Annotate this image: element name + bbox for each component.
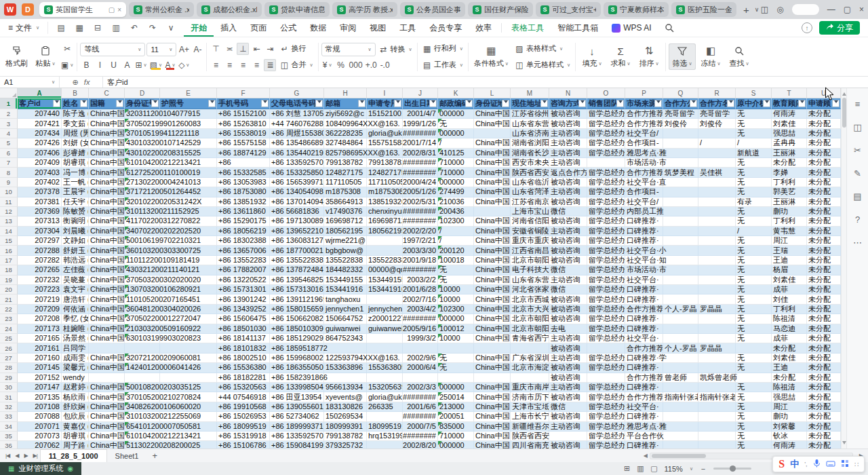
cell-N35[interactable] [549, 432, 587, 441]
file-tab[interactable]: S公务员国企事业单位 [400, 2, 465, 17]
menu-tab-会员专享[interactable]: 会员专享 [422, 19, 469, 37]
cell-J24[interactable]: 2005/9/16 [403, 324, 438, 334]
cell-I30[interactable]: 153205639 [367, 383, 403, 392]
cell-G34[interactable]: +86 1899993716 [270, 422, 324, 432]
filter-dropdown-button[interactable] [727, 100, 734, 107]
cell-B16[interactable]: 舒妍玉 (女 [62, 246, 89, 255]
cell-F8[interactable]: +86 15332585 [217, 168, 270, 177]
cell-F11[interactable]: +86 13851932 [217, 197, 270, 207]
cell-R16[interactable] [698, 246, 736, 255]
cell-D11[interactable]: 32010220020531242X [125, 197, 160, 207]
ime-expand-icon[interactable]: ∷ [854, 461, 859, 468]
cell-T14[interactable]: 黄韦慧 [772, 227, 807, 236]
cell-M28[interactable]: 北京市海淀 [511, 363, 549, 373]
header-cell-Q[interactable]: 合作方公 [663, 98, 698, 109]
cell-G28[interactable]: +86 1863550500 [270, 363, 324, 373]
cell-C13[interactable]: China中国 [89, 216, 125, 226]
search-icon[interactable] [658, 19, 681, 37]
cell-O6[interactable]: 留学总经办 [587, 149, 625, 158]
cell-O32[interactable]: 留学总经办 [587, 402, 625, 412]
row-number[interactable]: 30 [0, 383, 18, 392]
cell-B21[interactable]: 唐浩轩 (男 [62, 294, 89, 304]
cell-D7[interactable]: 610104200212213421 [125, 158, 160, 168]
cell-J9[interactable]: 2000/4/24 [403, 178, 438, 187]
cell-G14[interactable]: +86 13965221001 [270, 227, 324, 236]
globe-icon[interactable]: ◎ [776, 5, 783, 14]
column-letter-I[interactable]: I [367, 88, 403, 98]
cell-K8[interactable]: 710000 [438, 168, 474, 177]
cell-A21[interactable]: 207219 [18, 294, 62, 304]
cell-S16[interactable]: 无 [736, 246, 772, 255]
cell-I29[interactable] [367, 373, 403, 383]
cell-U15[interactable]: 未分配 [807, 236, 841, 246]
column-letter-H[interactable]: H [324, 88, 367, 98]
column-letter-G[interactable]: G [270, 88, 324, 98]
cell-U23[interactable]: 未分配 [807, 314, 841, 324]
cell-A36[interactable]: 207062 [18, 441, 62, 449]
cell-A28[interactable]: 207145 [18, 363, 62, 373]
cell-J34[interactable]: 2000/7/5 [403, 422, 438, 432]
cell-F4[interactable]: +86 15538019 [217, 129, 270, 138]
table-style-button[interactable]: ▨ 表格样式∨ [513, 42, 572, 56]
cell-U4[interactable]: 未分配 [807, 129, 841, 138]
filter-dropdown-button[interactable] [116, 100, 123, 107]
cell-N3[interactable]: 被动咨询 [549, 119, 587, 128]
cell-T31[interactable]: 强思喆 [772, 392, 807, 402]
cell-G12[interactable]: +86 56681836 [270, 207, 324, 216]
cell-E26[interactable] [160, 343, 217, 353]
cell-U28[interactable]: 未分配 [807, 363, 841, 373]
cell-U12[interactable]: 未分配 [807, 207, 841, 216]
header-cell-K[interactable]: 邮政编码 [438, 98, 474, 109]
sogou-logo[interactable]: S [778, 458, 785, 470]
align-right-icon[interactable]: ≡ [237, 59, 249, 71]
cell-B30[interactable]: 赵君婷 (女 [62, 383, 89, 392]
column-letter-L[interactable]: L [474, 88, 511, 98]
percent-icon[interactable]: % [335, 59, 347, 71]
cell-K15[interactable]: / [438, 236, 474, 246]
cell-H26[interactable] [324, 343, 367, 353]
cell-L22[interactable]: China中国 [474, 305, 511, 314]
cell-D5[interactable]: 430103200107142529 [125, 138, 160, 148]
last-sheet-icon[interactable]: ▶| [31, 453, 40, 459]
cell-H5[interactable]: 327484864 [324, 138, 367, 148]
cell-O4[interactable]: 留学总经办 [587, 129, 625, 138]
file-tab[interactable]: S国任财产保险样本.x [468, 2, 533, 17]
cell-D19[interactable]: 370503200302020020 [125, 276, 160, 285]
cell-style-button[interactable]: ◫ 单元格样式∨ [513, 58, 572, 72]
header-cell-F[interactable]: 手机号码 [217, 98, 270, 109]
cell-B27[interactable]: 成雨雯 (女 [62, 354, 89, 363]
cell-S14[interactable]: / [736, 227, 772, 236]
file-tab[interactable]: S高学历 教授.xlsx [332, 2, 397, 17]
cell-N21[interactable]: 被动咨询 [549, 294, 587, 304]
menu-tab-公式[interactable]: 公式 [273, 19, 303, 37]
cell-O20[interactable]: 留学总经办 [587, 285, 625, 294]
cell-J35[interactable]: ######## [403, 432, 438, 441]
cell-I36[interactable] [367, 441, 403, 449]
cell-F24[interactable]: +86 18501030 [217, 324, 270, 334]
cell-I16[interactable] [367, 246, 403, 255]
cell-D12[interactable]: 310113200211152925 [125, 207, 160, 216]
filter-dropdown-button[interactable] [151, 100, 159, 107]
cell-U36[interactable]: 未分配 [807, 441, 841, 449]
row-number[interactable]: 25 [0, 334, 18, 343]
filter-button[interactable]: 筛选∨ [669, 43, 696, 70]
cell-C20[interactable]: China中国 [89, 285, 125, 294]
cell-M9[interactable]: 山东省临沂 [511, 178, 549, 187]
cell-B3[interactable]: 季文茹 (女 [62, 119, 89, 128]
cell-I35[interactable]: hrq153199 [367, 432, 403, 441]
filter-dropdown-button[interactable] [832, 100, 840, 107]
microphone-icon[interactable] [813, 458, 821, 470]
cell-J18[interactable]: ######## [403, 265, 438, 275]
cell-O7[interactable] [587, 158, 625, 168]
cell-N7[interactable]: 主动咨询 [549, 158, 587, 168]
cell-F18[interactable]: +86 17882007 [217, 265, 270, 275]
cell-C21[interactable]: China中国 [89, 294, 125, 304]
filter-dropdown-button[interactable] [261, 100, 269, 107]
cell-K7[interactable]: 710000 [438, 158, 474, 168]
cell-S8[interactable]: 无 [736, 168, 772, 177]
cell-C25[interactable]: China中国 [89, 334, 125, 343]
cell-H14[interactable]: 180562195 [324, 227, 367, 236]
cell-S31[interactable]: 无 [736, 392, 772, 402]
cell-L8[interactable]: China中国 [474, 168, 511, 177]
cell-T29[interactable]: 未分配 [772, 373, 807, 383]
